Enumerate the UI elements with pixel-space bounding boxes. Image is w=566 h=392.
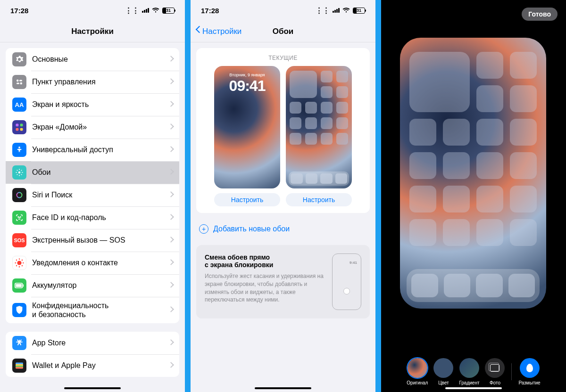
chevron-right-icon (169, 57, 173, 62)
row-label: Пункт управления (32, 78, 169, 86)
battery-icon (12, 278, 26, 293)
plus-circle-icon: + (199, 224, 208, 234)
status-time: 17:28 (10, 7, 28, 15)
settings-row-wallet[interactable]: Wallet и Apple Pay (6, 354, 179, 377)
customize-home-button[interactable]: Настроить (286, 193, 352, 206)
row-label: Siri и Поиск (32, 191, 169, 199)
wall-icon (12, 165, 26, 180)
svg-point-2 (20, 82, 23, 85)
home-indicator[interactable] (64, 387, 121, 389)
svg-point-13 (20, 217, 21, 218)
settings-row-battery[interactable]: Аккумулятор (6, 274, 179, 297)
svg-rect-29 (16, 367, 23, 369)
settings-row-control[interactable]: Пункт управления (6, 71, 179, 93)
svg-point-8 (18, 147, 20, 148)
chevron-right-icon (169, 215, 173, 220)
display-icon: AA (12, 98, 26, 112)
row-label: Face ID и код-пароль (32, 213, 169, 222)
settings-row-privacy[interactable]: Конфиденциальность и безопасность (6, 297, 179, 323)
back-button[interactable]: Настройки (195, 27, 241, 36)
svg-rect-5 (20, 124, 23, 127)
current-wallpaper-card: ТЕКУЩИЕ Вторник, 9 января 09:41 Настроит… (196, 48, 370, 213)
svg-point-15 (19, 259, 20, 260)
status-time: 17:28 (201, 7, 219, 15)
row-label: Wallet и Apple Pay (32, 361, 169, 370)
row-label: Конфиденциальность и безопасность (32, 301, 169, 319)
svg-rect-24 (23, 285, 24, 287)
settings-list[interactable]: Основные Пункт управления AA Экран и ярк… (0, 42, 185, 392)
signal-icon: ⋮⋮ (125, 6, 139, 15)
settings-row-sos[interactable]: SOS Экстренный вызов — SOS (6, 229, 179, 252)
page-title: Настройки (71, 27, 114, 36)
chevron-right-icon (169, 237, 173, 243)
settings-row-face[interactable]: Face ID и код-пароль (6, 206, 179, 229)
home-icon (12, 120, 26, 134)
chevron-right-icon (169, 147, 173, 153)
settings-row-general[interactable]: Основные (6, 48, 179, 71)
row-label: Обои (32, 168, 169, 177)
home-indicator[interactable] (445, 387, 502, 389)
toolbar-label: Градиент (459, 380, 479, 385)
chevron-right-icon (169, 307, 173, 313)
home-indicator[interactable] (255, 387, 311, 389)
access-icon (12, 143, 26, 157)
lock-screen-preview[interactable]: Вторник, 9 января 09:41 Настроить (214, 66, 280, 206)
chevron-right-icon (169, 283, 173, 288)
settings-row-home[interactable]: Экран «Домой» (6, 116, 179, 139)
done-button[interactable]: Готово (522, 8, 558, 21)
settings-row-appstore[interactable]: App Store (6, 332, 179, 354)
toolbar-label: Цвет (438, 380, 449, 385)
wallet-icon (12, 359, 26, 373)
siri-icon (12, 188, 26, 202)
toolbar-label: Размытие (518, 380, 540, 385)
drop-icon (526, 364, 533, 372)
svg-point-20 (22, 260, 23, 261)
control-icon (12, 75, 26, 89)
toolbar-color-button[interactable] (433, 358, 453, 378)
sos-icon: SOS (12, 233, 26, 247)
svg-point-18 (23, 262, 24, 263)
svg-rect-25 (16, 284, 22, 287)
wifi-icon (152, 8, 159, 13)
toolbar-original-button[interactable] (408, 358, 427, 378)
toolbar-gradient-button[interactable] (459, 358, 479, 378)
wifi-icon (342, 8, 350, 13)
svg-point-12 (18, 217, 19, 218)
svg-point-21 (16, 265, 17, 266)
svg-rect-1 (19, 80, 22, 82)
chevron-right-icon (169, 340, 173, 346)
add-wallpaper-button[interactable]: + Добавить новые обои (191, 219, 375, 239)
battery-icon: 31 (353, 8, 365, 14)
signal-icon: ⋮⋮ (316, 6, 330, 15)
svg-rect-6 (16, 128, 19, 131)
toolbar-label: Оригинал (407, 380, 428, 385)
cell-bars-icon (333, 8, 340, 13)
row-label: Основные (32, 55, 169, 64)
page-title: Обои (273, 27, 294, 36)
toolbar-blur-button[interactable] (520, 358, 540, 378)
wallpaper-editor-screen: Готово Оригинал Цвет Градиент Фото Размы… (381, 0, 566, 392)
row-label: Экстренный вызов — SOS (32, 236, 169, 245)
row-label: Экран и яркость (32, 100, 169, 109)
home-screen-preview[interactable]: Настроить (286, 66, 352, 206)
tip-graphic: 9:41 (332, 253, 361, 310)
wallpaper-screen: 17:28 ⋮⋮ 31 Настройки Обои ТЕКУЩИЕ (191, 0, 375, 392)
status-bar: 17:28 ⋮⋮ 31 (191, 0, 375, 21)
chevron-right-icon (169, 363, 173, 368)
svg-point-22 (22, 265, 23, 266)
settings-row-siri[interactable]: Siri и Поиск (6, 184, 179, 206)
settings-row-display[interactable]: AA Экран и яркость (6, 93, 179, 116)
chevron-right-icon (169, 192, 173, 198)
svg-point-0 (17, 80, 19, 82)
svg-point-14 (17, 261, 21, 265)
lock-date: Вторник, 9 января (214, 73, 280, 77)
home-wallpaper-preview[interactable] (400, 38, 546, 309)
settings-row-access[interactable]: Универсальный доступ (6, 139, 179, 161)
settings-row-exposure[interactable]: Уведомления о контакте (6, 252, 179, 274)
svg-rect-3 (17, 83, 19, 84)
settings-row-wall[interactable]: Обои (6, 161, 179, 184)
customize-lock-button[interactable]: Настроить (214, 193, 280, 206)
chevron-right-icon (169, 102, 173, 107)
toolbar-label: Фото (490, 380, 500, 385)
toolbar-photo-button[interactable] (485, 358, 505, 378)
